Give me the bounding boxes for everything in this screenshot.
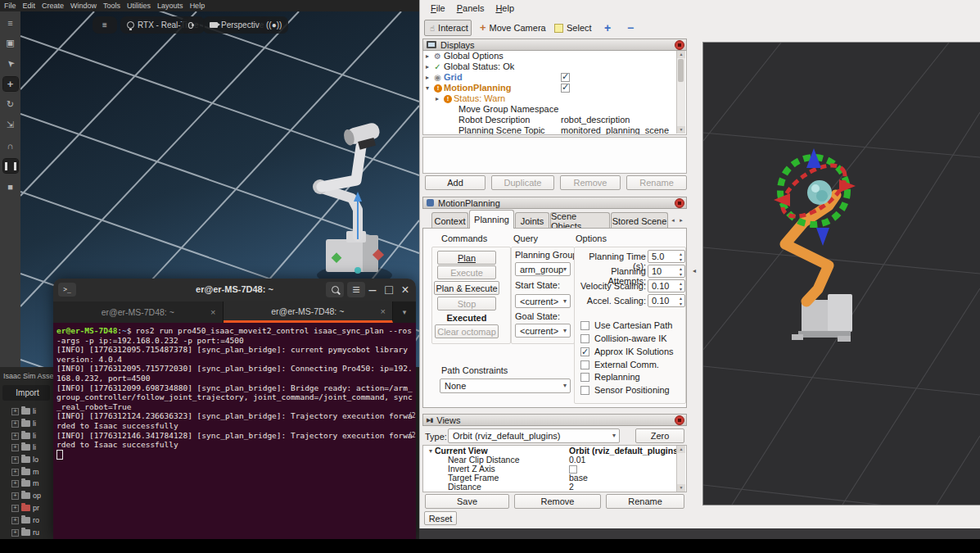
clear-octomap-button[interactable]: Clear octomap (435, 324, 499, 338)
checkbox[interactable] (580, 321, 589, 330)
display-row-global-status[interactable]: ✓ Global Status: Ok (423, 61, 686, 72)
checkbox[interactable] (580, 334, 589, 343)
isaac-menu-window[interactable]: Window (70, 2, 97, 10)
accel-scaling-spinner[interactable]: 0.10 (648, 294, 685, 307)
remove-view-button[interactable]: Remove (514, 494, 601, 509)
asset-tree-item[interactable]: ro (11, 515, 39, 525)
isaac-menu-file[interactable]: File (4, 2, 16, 10)
expand-icon[interactable] (427, 448, 435, 455)
checkbox[interactable] (580, 347, 589, 356)
lighting-button[interactable]: ((●)) (260, 16, 288, 34)
checkbox[interactable] (580, 373, 589, 382)
displays-close-button[interactable] (675, 40, 684, 50)
select-tool-button[interactable]: Select (549, 20, 597, 36)
asset-tree-item[interactable]: li (11, 431, 36, 441)
expander-icon[interactable] (11, 444, 19, 451)
expander-icon[interactable] (11, 492, 19, 500)
grid-enabled-checkbox[interactable] (561, 73, 570, 82)
select-box-icon[interactable]: ▣ (3, 36, 18, 50)
isaac-menu-create[interactable]: Create (42, 2, 64, 10)
plan-and-execute-button[interactable]: Plan & Execute (434, 281, 499, 295)
tab-scroll-right-icon[interactable]: ▸ (677, 214, 685, 227)
asset-tree-item[interactable]: ru (11, 528, 39, 537)
asset-tree-item[interactable]: li (11, 406, 36, 416)
expander-icon[interactable] (11, 456, 19, 464)
terminal-titlebar[interactable]: >_ er@er-MS-7D48: ~ ≡ – □ × (53, 279, 416, 301)
asset-tree-item[interactable]: m (11, 467, 39, 477)
rviz-menu-file[interactable]: File (431, 3, 445, 13)
tab-close-icon[interactable]: × (381, 306, 386, 316)
views-scrollbar[interactable]: ▲ ▼ (676, 446, 685, 492)
scroll-down-icon[interactable]: ▼ (677, 126, 685, 134)
scroll-up-icon[interactable]: ▲ (677, 51, 685, 58)
rotate-tool-icon[interactable]: ↻ (3, 97, 18, 111)
rename-view-button[interactable]: Rename (606, 494, 684, 509)
expander-icon[interactable] (11, 469, 19, 476)
expand-icon[interactable] (423, 75, 431, 81)
tab-joints[interactable]: Joints (515, 212, 549, 229)
isaac-menu-layouts[interactable]: Layouts (157, 2, 183, 10)
motionplanning-panel-header[interactable]: MotionPlanning (422, 197, 687, 209)
motionplanning-close-button[interactable] (675, 198, 684, 208)
close-button[interactable]: × (396, 282, 414, 297)
scale-tool-icon[interactable]: ⇲ (3, 118, 18, 132)
render-settings-button[interactable]: ≡ (93, 16, 117, 34)
displays-panel-header[interactable]: Displays (422, 39, 687, 51)
motionplanning-enabled-checkbox[interactable] (561, 84, 570, 93)
replanning-option[interactable]: Replanning (580, 372, 640, 382)
minimize-button[interactable]: – (364, 282, 382, 297)
isaac-menu-tools[interactable]: Tools (103, 2, 120, 10)
display-row-status-warn[interactable]: ! Status: Warn (423, 93, 687, 104)
tab-close-icon[interactable]: × (210, 307, 215, 317)
tab-planning[interactable]: Planning (469, 210, 514, 229)
panel-collapse-icon[interactable]: ◂ (693, 267, 696, 274)
tab-context[interactable]: Context (431, 212, 468, 229)
rviz-menu-panels[interactable]: Panels (457, 3, 485, 13)
displays-scrollbar[interactable]: ▲ ▼ (676, 51, 685, 134)
isaac-menu-help[interactable]: Help (190, 2, 205, 10)
move-camera-tool-button[interactable]: + Move Camera (475, 20, 551, 36)
view-row-distance[interactable]: Distance 2 (423, 483, 686, 492)
display-row-planning-scene-topic[interactable]: Planning Scene Topic monitored_planning_… (423, 125, 687, 135)
display-row-move-group-namespace[interactable]: Move Group Namespace (423, 104, 687, 115)
menu-button[interactable]: ≡ (347, 282, 365, 297)
cursor-icon[interactable]: ➤ (0, 53, 20, 74)
tab-list-button[interactable]: ▾ (393, 301, 416, 323)
remove-tool-button[interactable]: − (622, 20, 639, 36)
move-tool-icon[interactable]: + (3, 77, 18, 91)
zero-button[interactable]: Zero (635, 428, 684, 443)
pause-icon[interactable] (3, 159, 18, 173)
plan-button[interactable]: Plan (437, 251, 496, 265)
terminal-tab-1[interactable]: er@er-MS-7D48: ~ × (53, 301, 224, 323)
velocity-scaling-spinner[interactable]: 0.10 (648, 279, 685, 292)
expander-icon[interactable] (11, 420, 19, 428)
save-view-button[interactable]: Save (425, 494, 509, 509)
import-button[interactable]: Import (2, 385, 50, 401)
expander-icon[interactable] (11, 480, 19, 487)
asset-tree-item[interactable]: m (11, 478, 39, 488)
approx-ik-solutions-option[interactable]: Approx IK Solutions (580, 347, 674, 356)
tab-scroll-left-icon[interactable]: ◂ (669, 214, 677, 227)
path-constraints-select[interactable]: None (440, 378, 571, 393)
sensor-positioning-option[interactable]: Sensor Positioning (580, 385, 670, 395)
viewport-menu-icon[interactable]: ≡ (3, 16, 18, 29)
duplicate-display-button[interactable]: Duplicate (491, 175, 554, 190)
expand-icon[interactable] (423, 53, 431, 60)
search-button[interactable] (326, 282, 344, 297)
tab-stored-scene[interactable]: Stored Scene (611, 212, 668, 229)
reset-button[interactable]: Reset (424, 511, 457, 525)
view-type-select[interactable]: Orbit (rviz_default_plugins) (448, 428, 620, 443)
expander-icon[interactable] (11, 408, 19, 415)
add-tool-button[interactable]: + (599, 20, 616, 36)
expander-icon[interactable] (11, 529, 19, 537)
interact-tool-button[interactable]: ☝ Interact (424, 20, 472, 36)
stop-button[interactable]: Stop (437, 297, 496, 310)
display-row-robot-description[interactable]: Robot Description robot_description (423, 115, 687, 125)
expand-icon[interactable] (433, 96, 441, 102)
start-state-select[interactable]: <current> (515, 294, 571, 308)
external-comm-option[interactable]: External Comm. (580, 360, 659, 369)
rename-display-button[interactable]: Rename (626, 175, 687, 190)
invert-z-checkbox[interactable] (569, 465, 577, 474)
display-row-global-options[interactable]: ⚙ Global Options (423, 51, 686, 61)
expander-icon[interactable] (11, 505, 19, 512)
